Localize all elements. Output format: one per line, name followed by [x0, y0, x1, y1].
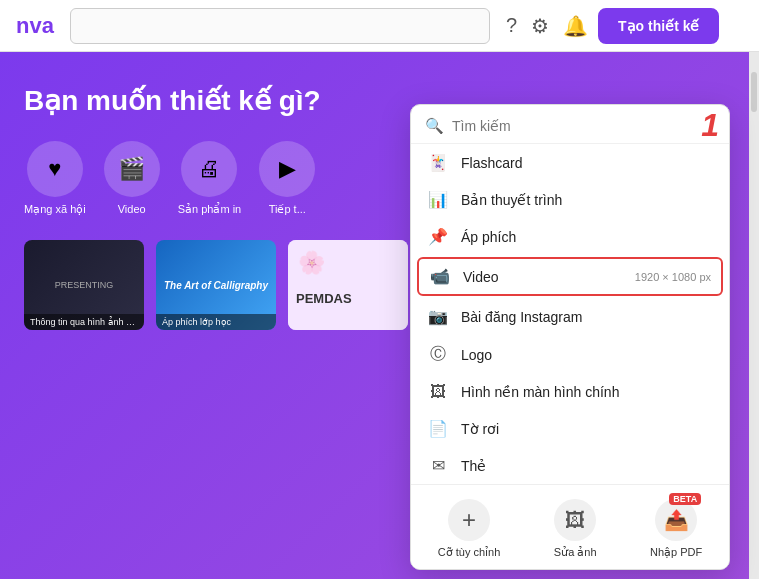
- dropdown-item-presentation-label: Bản thuyết trình: [461, 192, 713, 208]
- dropdown-item-poster-label: Áp phích: [461, 229, 713, 245]
- social-icon: ♥: [27, 141, 83, 197]
- video-item-icon: 📹: [429, 267, 451, 286]
- more-icon: ▶: [259, 141, 315, 197]
- video-label: Video: [118, 203, 146, 215]
- footer-import-pdf-label: Nhập PDF: [650, 546, 702, 559]
- poster-icon: 📌: [427, 227, 449, 246]
- logo-icon: Ⓒ: [427, 344, 449, 365]
- logo: nva: [16, 13, 54, 39]
- dropdown-item-card-label: Thẻ: [461, 458, 713, 474]
- flashcard-icon: 🃏: [427, 153, 449, 172]
- category-more[interactable]: ▶ Tiếp t...: [259, 141, 315, 216]
- print-icon: 🖨: [181, 141, 237, 197]
- footer-edit-image[interactable]: 🖼 Sửa ảnh: [538, 495, 613, 563]
- import-pdf-icon: 📤: [655, 499, 697, 541]
- dropdown-item-instagram-label: Bài đăng Instagram: [461, 309, 713, 325]
- search-input[interactable]: [70, 8, 490, 44]
- footer-import-pdf[interactable]: 📤 BETA Nhập PDF: [634, 495, 718, 563]
- footer-custom-size-label: Cỡ tùy chỉnh: [438, 546, 501, 559]
- card-icon: ✉: [427, 456, 449, 475]
- footer-edit-image-label: Sửa ảnh: [554, 546, 597, 559]
- dropdown-search-row: 🔍: [411, 105, 729, 144]
- dropdown-item-card[interactable]: ✉ Thẻ: [411, 447, 729, 484]
- dropdown-item-presentation[interactable]: 📊 Bản thuyết trình: [411, 181, 729, 218]
- category-print[interactable]: 🖨 Sản phẩm in: [178, 141, 242, 216]
- presentation-icon: 📊: [427, 190, 449, 209]
- beta-badge: BETA: [669, 493, 701, 505]
- social-label: Mạng xã hội: [24, 203, 86, 216]
- dropdown-item-video[interactable]: 📹 Video 1920 × 1080 px: [417, 257, 723, 296]
- edit-image-icon: 🖼: [554, 499, 596, 541]
- dropdown-item-poster[interactable]: 📌 Áp phích: [411, 218, 729, 255]
- footer-custom-size[interactable]: + Cỡ tùy chỉnh: [422, 495, 517, 563]
- dropdown-item-logo-label: Logo: [461, 347, 713, 363]
- search-icon: 🔍: [425, 117, 444, 135]
- category-video[interactable]: 🎬 Video: [104, 141, 160, 216]
- bell-icon[interactable]: 🔔: [563, 14, 588, 38]
- dropdown-item-video-label: Video: [463, 269, 617, 285]
- video-dimensions: 1920 × 1080 px: [635, 271, 711, 283]
- scrollbar[interactable]: [749, 52, 759, 579]
- dropdown-item-flashcard[interactable]: 🃏 Flashcard: [411, 144, 729, 181]
- dropdown-search-input[interactable]: [452, 118, 715, 134]
- import-pdf-wrapper: 📤 BETA: [655, 499, 697, 541]
- dropdown-item-flyer[interactable]: 📄 Tờ rơi: [411, 410, 729, 447]
- thumb-card-3[interactable]: 🌸 PEMDAS: [288, 240, 408, 330]
- print-label: Sản phẩm in: [178, 203, 242, 216]
- scroll-thumb: [751, 72, 757, 112]
- category-social[interactable]: ♥ Mạng xã hội: [24, 141, 86, 216]
- thumb-label-2: Áp phích lớp học: [156, 314, 276, 330]
- header: nva ? ⚙ 🔔 Tạo thiết kế: [0, 0, 759, 52]
- gear-icon[interactable]: ⚙: [531, 14, 549, 38]
- flyer-icon: 📄: [427, 419, 449, 438]
- thumb-card-2[interactable]: The Art of Calligraphy Áp phích lớp học: [156, 240, 276, 330]
- dropdown-item-wallpaper-label: Hình nền màn hình chính: [461, 384, 713, 400]
- custom-size-icon: +: [448, 499, 490, 541]
- more-label: Tiếp t...: [269, 203, 306, 216]
- thumb-card-1[interactable]: PRESENTING Thông tin qua hình ảnh về ...: [24, 240, 144, 330]
- dropdown-item-flashcard-label: Flashcard: [461, 155, 713, 171]
- create-button[interactable]: Tạo thiết kế: [598, 8, 719, 44]
- dropdown-item-logo[interactable]: Ⓒ Logo: [411, 335, 729, 374]
- help-icon[interactable]: ?: [506, 14, 517, 37]
- dropdown-footer: + Cỡ tùy chỉnh 🖼 Sửa ảnh 📤 BETA Nhập PDF: [411, 484, 729, 569]
- instagram-icon: 📷: [427, 307, 449, 326]
- dropdown-items-list: 🃏 Flashcard 📊 Bản thuyết trình 📌 Áp phíc…: [411, 144, 729, 484]
- video-icon: 🎬: [104, 141, 160, 197]
- header-icons: ? ⚙ 🔔: [506, 14, 588, 38]
- dropdown-item-wallpaper[interactable]: 🖼 Hình nền màn hình chính: [411, 374, 729, 410]
- thumb-label-1: Thông tin qua hình ảnh về ...: [24, 314, 144, 330]
- wallpaper-icon: 🖼: [427, 383, 449, 401]
- main-area: Bạn muốn thiết kế gì? ♥ Mạng xã hội 🎬 Vi…: [0, 52, 759, 579]
- dropdown-item-instagram[interactable]: 📷 Bài đăng Instagram: [411, 298, 729, 335]
- dropdown-menu: 1 🔍 🃏 Flashcard 📊 Bản thuyết trình 📌 Áp …: [410, 104, 730, 570]
- dropdown-item-flyer-label: Tờ rơi: [461, 421, 713, 437]
